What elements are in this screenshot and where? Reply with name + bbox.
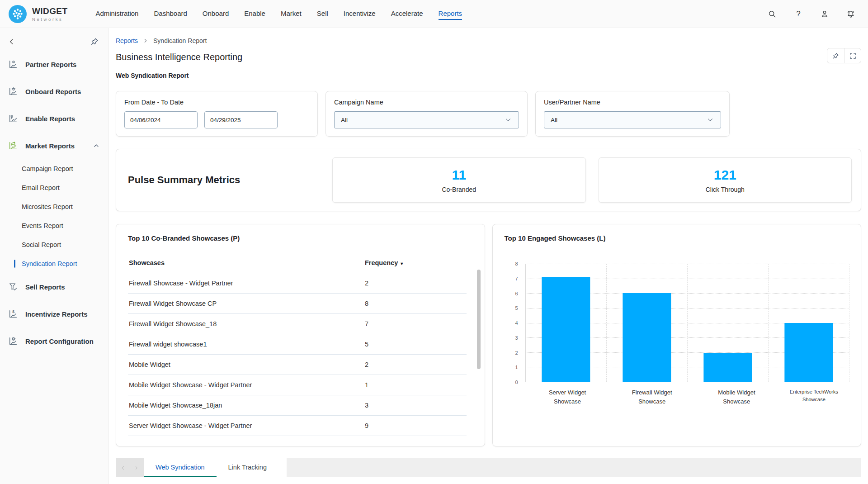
- nav-onboard[interactable]: Onboard: [203, 8, 229, 20]
- sidebar: Partner Reports Onboard Reports Enable R…: [0, 28, 108, 484]
- table-row[interactable]: Firewall Widget Showcase CP8: [128, 294, 467, 314]
- filter-row: From Date - To Date Campaign Name All Us…: [116, 91, 861, 137]
- campaign-name-label: Campaign Name: [334, 99, 519, 106]
- nav-enable[interactable]: Enable: [244, 8, 265, 20]
- sidebar-item-campaign-report[interactable]: Campaign Report: [0, 159, 108, 178]
- nav-incentivize[interactable]: Incentivize: [344, 8, 376, 20]
- nav-dashboard[interactable]: Dashboard: [154, 8, 187, 20]
- y-axis-tick: 7: [515, 276, 518, 281]
- pin-sidebar-icon[interactable]: [90, 37, 99, 46]
- sidebar-item-incentivize-reports[interactable]: $ Incentivize Reports: [0, 300, 108, 327]
- table-scrollbar: [477, 261, 481, 439]
- bar-mobile-widget-showcase[interactable]: [703, 353, 752, 382]
- table-row[interactable]: Mobile Widget2: [128, 355, 467, 375]
- y-axis-tick: 4: [515, 320, 518, 326]
- bar-chart-xlabels: Server Widget ShowcaseFirewall Widget Sh…: [525, 388, 849, 406]
- brand-name: WIDGET: [32, 6, 67, 16]
- tab-scroll-left-icon[interactable]: [120, 465, 126, 471]
- x-axis-label: Server Widget Showcase: [525, 388, 610, 406]
- chart-bulb-icon: [8, 86, 18, 96]
- tab-link-tracking[interactable]: Link Tracking: [217, 458, 278, 477]
- table-row[interactable]: Mobile Widget Showcase_18jan3: [128, 395, 467, 416]
- sidebar-item-microsites-report[interactable]: Microsites Report: [0, 197, 108, 216]
- sidebar-item-social-report[interactable]: Social Report: [0, 235, 108, 254]
- breadcrumb-reports-link[interactable]: Reports: [116, 37, 138, 44]
- sidebar-item-sell-reports[interactable]: Sell Reports: [0, 273, 108, 300]
- campaign-name-filter: Campaign Name All: [326, 91, 528, 137]
- x-axis-label: Mobile Widget Showcase: [694, 388, 779, 406]
- nav-sell[interactable]: Sell: [317, 8, 328, 20]
- notifications-icon[interactable]: [846, 9, 855, 19]
- sidebar-item-enable-reports[interactable]: Enable Reports: [0, 105, 108, 132]
- report-actions: [827, 48, 861, 63]
- fullscreen-button[interactable]: [844, 48, 861, 63]
- sidebar-item-syndication-report[interactable]: Syndication Report: [0, 254, 108, 273]
- y-axis-tick: 2: [515, 350, 518, 356]
- tab-scroll-controls: [116, 458, 144, 477]
- main-nav: Administration Dashboard Onboard Enable …: [95, 8, 462, 20]
- user-icon[interactable]: [820, 9, 829, 19]
- chart-dollar-icon: $: [8, 309, 18, 319]
- date-range-filter: From Date - To Date: [116, 91, 318, 137]
- tab-scroll-right-icon[interactable]: [133, 465, 139, 471]
- showcases-table: Showcases Frequency▾ Firewall Showcase -…: [128, 253, 467, 436]
- to-date-input[interactable]: [204, 111, 278, 128]
- funnel-icon: [8, 282, 18, 292]
- co-branded-metric-card: 11 Co-Branded: [332, 157, 586, 203]
- user-partner-value: All: [551, 117, 557, 123]
- nav-accelerate[interactable]: Accelerate: [391, 8, 423, 20]
- column-header-showcases[interactable]: Showcases: [128, 259, 365, 266]
- sidebar-item-report-configuration[interactable]: Report Configuration: [0, 327, 108, 355]
- table-row[interactable]: Mobile Widget Showcase - Widget Partner1: [128, 375, 467, 395]
- collapse-sidebar-icon[interactable]: [7, 37, 16, 46]
- chart-person-icon: [8, 59, 18, 69]
- table-row[interactable]: Firewall widget showcase15: [128, 334, 467, 355]
- sidebar-item-onboard-reports[interactable]: Onboard Reports: [0, 78, 108, 105]
- bar-enterprise-techworks-showcase[interactable]: [784, 323, 833, 382]
- search-icon[interactable]: [768, 9, 777, 19]
- pin-report-button[interactable]: [827, 48, 844, 63]
- click-through-value: 121: [714, 167, 736, 183]
- y-axis-tick: 0: [515, 380, 518, 385]
- widget-networks-logo-icon: [8, 5, 27, 24]
- gridline-vertical: [849, 264, 849, 382]
- brand-text: WIDGET Networks: [32, 6, 67, 22]
- top-bar: WIDGET Networks Administration Dashboard…: [0, 0, 868, 28]
- y-axis-tick: 6: [515, 291, 518, 296]
- nav-reports[interactable]: Reports: [439, 8, 462, 20]
- sidebar-item-partner-reports[interactable]: Partner Reports: [0, 51, 108, 78]
- nav-market[interactable]: Market: [281, 8, 302, 20]
- table-scrollbar-thumb[interactable]: [477, 270, 481, 370]
- sidebar-header: [0, 34, 108, 51]
- click-through-metric-card: 121 Click Through: [599, 157, 852, 203]
- gridline-vertical: [687, 264, 688, 382]
- co-branded-label: Co-Branded: [442, 186, 476, 193]
- campaign-name-select[interactable]: All: [334, 111, 519, 128]
- campaign-name-value: All: [341, 117, 348, 123]
- nav-administration[interactable]: Administration: [95, 8, 138, 20]
- table-row[interactable]: Firewall Widget Showcase_187: [128, 314, 467, 334]
- bar-firewall-widget-showcase[interactable]: [623, 293, 671, 382]
- sidebar-item-email-report[interactable]: Email Report: [0, 178, 108, 197]
- help-icon[interactable]: ?: [794, 9, 803, 19]
- table-row[interactable]: Firewall Showcase - Widget Partner2: [128, 273, 467, 294]
- chart-title: Top 10 Engaged Showcases (L): [505, 234, 849, 242]
- from-date-input[interactable]: [124, 111, 198, 128]
- user-partner-select[interactable]: All: [544, 111, 721, 128]
- bar-chart-plot: [525, 264, 849, 382]
- x-axis-label: Firewall Widget Showcase: [610, 388, 694, 406]
- sidebar-item-events-report[interactable]: Events Report: [0, 216, 108, 235]
- tab-web-syndication[interactable]: Web Syndication: [144, 458, 217, 477]
- chevron-down-icon: [706, 116, 714, 124]
- table-title: Top 10 Co-Branded Showcases (P): [128, 234, 473, 242]
- sidebar-item-market-reports[interactable]: Market Reports: [0, 132, 108, 159]
- table-row[interactable]: Server Widget Showcase - Widget Partner9: [128, 416, 467, 436]
- y-axis-tick: 8: [515, 261, 518, 266]
- column-header-frequency[interactable]: Frequency▾: [365, 259, 467, 266]
- bar-server-widget-showcase[interactable]: [542, 277, 590, 382]
- chart-megaphone-icon: [8, 141, 18, 151]
- chart-key-icon: [8, 114, 18, 123]
- chevron-right-icon: [142, 38, 149, 44]
- page-title: Business Intelligence Reporting: [116, 52, 861, 62]
- report-subtitle: Web Syndication Report: [116, 72, 861, 79]
